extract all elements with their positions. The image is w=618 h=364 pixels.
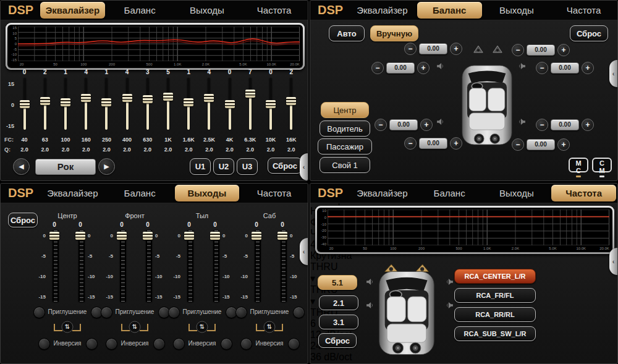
preset-next-button[interactable]: ▶: [98, 158, 115, 175]
eq-band-slider[interactable]: [76, 77, 96, 133]
eq-band-slider[interactable]: [15, 77, 35, 133]
slider-knob[interactable]: [40, 97, 50, 105]
plus-button[interactable]: +: [582, 119, 594, 131]
eq-memory-button-u3[interactable]: U3: [237, 158, 258, 175]
invert-left-button[interactable]: [106, 338, 117, 350]
side-panel-handle[interactable]: ‹: [609, 60, 617, 87]
listening-position-3[interactable]: Пассажир: [318, 138, 372, 154]
slider-knob[interactable]: [204, 94, 214, 102]
side-panel-handle[interactable]: ‹: [609, 248, 617, 275]
slider-knob[interactable]: [163, 93, 173, 101]
minus-button[interactable]: −: [375, 119, 387, 131]
rca-output-button-2[interactable]: RCA_RR/RL: [454, 307, 536, 322]
eq-band-slider[interactable]: [179, 77, 198, 133]
plus-button[interactable]: +: [420, 119, 433, 131]
eq-reset-button[interactable]: Сброс: [268, 158, 302, 174]
output-slider[interactable]: [142, 231, 153, 302]
tab-frequency[interactable]: Частота: [551, 185, 616, 201]
slider-knob[interactable]: [61, 98, 70, 106]
tab-outputs[interactable]: Выходы: [175, 2, 240, 19]
slider-knob[interactable]: [20, 100, 30, 108]
slider-knob[interactable]: [117, 232, 127, 240]
balance-auto-button[interactable]: Авто: [329, 25, 365, 41]
eq-band-slider[interactable]: [56, 77, 75, 133]
eq-band-slider[interactable]: [220, 77, 240, 133]
balance-manual-button[interactable]: Вручную: [370, 25, 418, 41]
slider-knob[interactable]: [210, 232, 220, 240]
tab-outputs[interactable]: Выходы: [485, 185, 549, 201]
outputs-reset-button[interactable]: Сброс: [8, 213, 38, 227]
channel-link-toggle[interactable]: ⇅: [256, 321, 283, 333]
eq-band-slider[interactable]: [35, 77, 55, 133]
output-slider[interactable]: [251, 231, 262, 302]
balance-reset-button[interactable]: Сброс: [570, 25, 608, 41]
plus-button[interactable]: +: [450, 43, 462, 55]
slider-knob[interactable]: [101, 98, 111, 106]
tab-frequency[interactable]: Частота: [551, 2, 616, 19]
freq-reset-button[interactable]: Сброс: [318, 333, 357, 348]
invert-left-button[interactable]: [240, 338, 252, 350]
tab-outputs[interactable]: Выходы: [175, 185, 240, 201]
output-slider[interactable]: [49, 231, 60, 302]
tab-frequency[interactable]: Частота: [242, 2, 307, 19]
minus-button[interactable]: −: [512, 138, 524, 151]
channel-link-toggle[interactable]: ⇅: [188, 321, 216, 333]
plus-button[interactable]: +: [417, 62, 430, 74]
tab-balance[interactable]: Баланс: [108, 2, 172, 19]
slider-knob[interactable]: [184, 232, 194, 240]
output-slider[interactable]: [75, 231, 86, 302]
minus-button[interactable]: −: [512, 44, 524, 56]
minus-button[interactable]: −: [371, 62, 384, 74]
output-slider[interactable]: [210, 231, 221, 302]
tab-equalizer[interactable]: Эквалайзер: [40, 185, 105, 201]
output-slider[interactable]: [277, 231, 288, 302]
mute-left-button[interactable]: [168, 307, 180, 318]
invert-left-button[interactable]: [173, 338, 185, 350]
eq-memory-button-u1[interactable]: U1: [190, 158, 211, 175]
plus-button[interactable]: +: [582, 62, 594, 74]
slider-knob[interactable]: [122, 94, 132, 102]
listening-position-4[interactable]: Свой 1: [320, 157, 370, 173]
tab-equalizer[interactable]: Эквалайзер: [350, 185, 415, 201]
minus-button[interactable]: −: [404, 137, 417, 150]
mc-button[interactable]: M C: [569, 158, 588, 172]
invert-right-button[interactable]: [153, 338, 165, 350]
listening-position-1[interactable]: Центр: [321, 102, 369, 118]
tab-frequency[interactable]: Частота: [242, 185, 307, 201]
channel-link-toggle[interactable]: ⇅: [121, 321, 148, 333]
slider-knob[interactable]: [252, 232, 261, 240]
output-slider[interactable]: [184, 231, 195, 302]
slider-knob[interactable]: [277, 232, 287, 240]
channel-link-toggle[interactable]: ⇅: [54, 321, 81, 333]
rca-output-button-0[interactable]: RCA_CENTER_L/R: [454, 269, 536, 284]
invert-right-button[interactable]: [86, 338, 98, 350]
eq-band-slider[interactable]: [199, 77, 219, 133]
tab-outputs[interactable]: Выходы: [485, 2, 549, 19]
tab-balance[interactable]: Баланс: [417, 185, 482, 201]
slider-knob[interactable]: [184, 98, 193, 106]
mute-left-button[interactable]: [101, 307, 112, 318]
minus-button[interactable]: −: [536, 62, 548, 74]
minus-button[interactable]: −: [404, 43, 417, 55]
slider-knob[interactable]: [49, 232, 59, 240]
minus-button[interactable]: −: [536, 119, 548, 131]
rca-output-button-3[interactable]: RCA_SUB_SW_L/R: [454, 326, 536, 341]
slider-knob[interactable]: [81, 94, 91, 102]
eq-band-slider[interactable]: [138, 77, 158, 133]
rca-output-button-1[interactable]: RCA_FR/FL: [454, 288, 536, 303]
tab-balance[interactable]: Баланс: [108, 185, 172, 201]
invert-right-button[interactable]: [221, 338, 232, 350]
slider-knob[interactable]: [245, 90, 255, 98]
slider-knob[interactable]: [75, 232, 85, 240]
plus-button[interactable]: +: [450, 137, 462, 150]
output-slider[interactable]: [116, 231, 127, 302]
speaker-config-2-1[interactable]: 2.1: [319, 295, 358, 310]
invert-left-button[interactable]: [38, 338, 50, 350]
preset-display[interactable]: Рок: [35, 159, 96, 175]
tab-balance[interactable]: Баланс: [417, 2, 482, 19]
speaker-config-3-1[interactable]: 3.1: [319, 315, 358, 329]
mute-left-button[interactable]: [235, 307, 247, 318]
eq-band-slider[interactable]: [281, 77, 301, 133]
eq-band-slider[interactable]: [158, 77, 178, 133]
side-panel-handle[interactable]: ‹: [300, 238, 308, 265]
